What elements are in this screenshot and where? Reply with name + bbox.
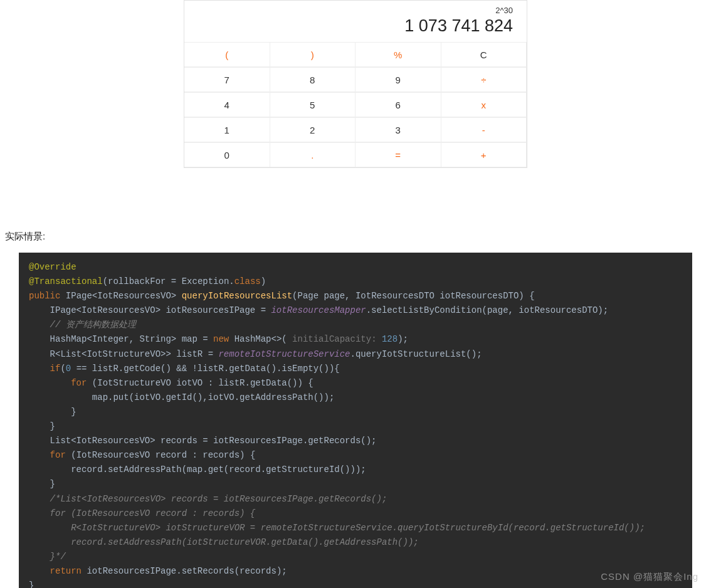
calc-button-op[interactable]: ÷	[441, 67, 527, 92]
calc-button-6[interactable]: 6	[356, 92, 441, 117]
code-block: @Override @Transactional(rollbackFor = E…	[19, 253, 692, 588]
calc-button-x[interactable]: x	[441, 92, 527, 117]
calculator-display: 2^30 1 073 741 824	[184, 1, 527, 42]
calculator-expression: 2^30	[198, 6, 513, 15]
code-keyword: public	[29, 291, 60, 301]
section-heading: 实际情景:	[5, 231, 711, 243]
code-annotation: @Transactional	[29, 276, 103, 286]
calc-button-2[interactable]: 2	[270, 117, 356, 142]
code-annotation: @Override	[29, 262, 76, 272]
code-comment: /*List<IotResourcesVO> records = iotReso…	[50, 494, 387, 504]
calc-button-7[interactable]: 7	[184, 67, 270, 92]
calc-button-4[interactable]: 4	[184, 92, 270, 117]
calc-button-op[interactable]: +	[441, 142, 527, 167]
calculator-result: 1 073 741 824	[198, 16, 513, 36]
calc-button-op[interactable]: )	[270, 42, 356, 67]
calc-button-0[interactable]: 0	[184, 142, 270, 167]
calculator-grid: ()%C789÷456x123-0.=+	[184, 42, 527, 167]
calc-button-3[interactable]: 3	[356, 117, 441, 142]
calc-button-op[interactable]: =	[356, 142, 441, 167]
calc-button-5[interactable]: 5	[270, 92, 356, 117]
code-method: queryIotResourcesList	[182, 291, 292, 301]
calc-button-8[interactable]: 8	[270, 67, 356, 92]
calculator-container: 2^30 1 073 741 824 ()%C789÷456x123-0.=+	[0, 0, 711, 168]
calc-button-1[interactable]: 1	[184, 117, 270, 142]
calc-button-op[interactable]: .	[270, 142, 356, 167]
calc-button-9[interactable]: 9	[356, 67, 441, 92]
calculator: 2^30 1 073 741 824 ()%C789÷456x123-0.=+	[184, 0, 527, 168]
calc-button-op[interactable]: %	[356, 42, 441, 67]
calc-button-op[interactable]: -	[441, 117, 527, 142]
code-comment: // 资产结构数据处理	[50, 320, 136, 330]
calc-button-op[interactable]: (	[184, 42, 270, 67]
calc-button-C[interactable]: C	[441, 42, 527, 67]
